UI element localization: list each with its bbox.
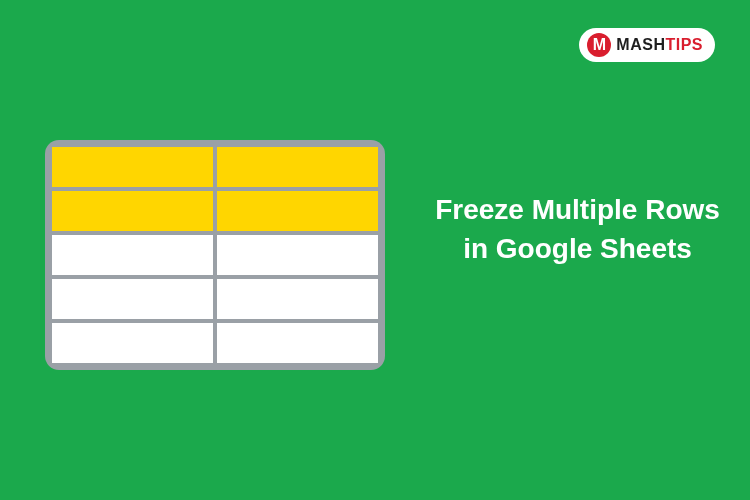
brand-suffix: TIPS	[665, 36, 703, 53]
cell-r5-c1	[52, 323, 213, 363]
cell-r2-c2-frozen	[217, 191, 378, 231]
cell-r3-c1	[52, 235, 213, 275]
cell-r3-c2	[217, 235, 378, 275]
cell-r1-c2-frozen	[217, 147, 378, 187]
brand-logo-badge: M MASHTIPS	[579, 28, 715, 62]
spreadsheet-illustration	[45, 140, 385, 370]
cell-r2-c1-frozen	[52, 191, 213, 231]
brand-prefix: MASH	[616, 36, 665, 53]
spreadsheet-grid	[52, 147, 378, 363]
cell-r4-c1	[52, 279, 213, 319]
cell-r4-c2	[217, 279, 378, 319]
page-title: Freeze Multiple Rows in Google Sheets	[435, 190, 720, 268]
cell-r1-c1-frozen	[52, 147, 213, 187]
cell-r5-c2	[217, 323, 378, 363]
logo-mark-icon: M	[587, 33, 611, 57]
brand-logo-text: MASHTIPS	[616, 36, 703, 54]
